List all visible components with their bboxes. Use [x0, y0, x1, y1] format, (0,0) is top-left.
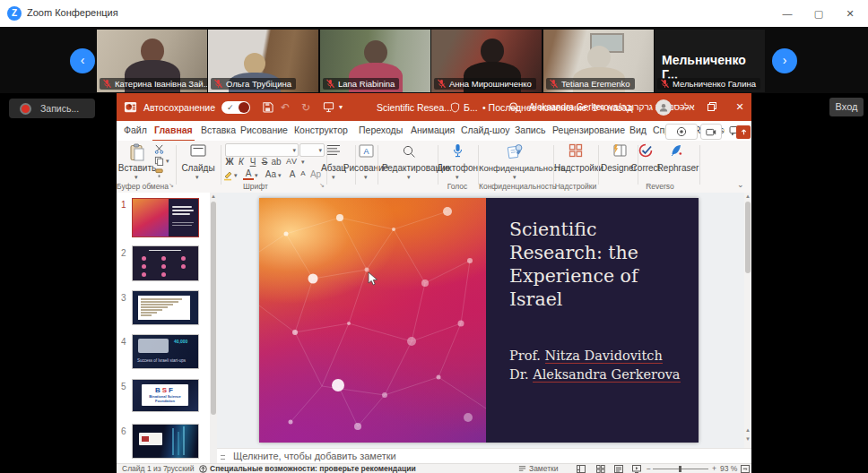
participant-tile[interactable]: Ольга Трубіцина: [208, 30, 318, 92]
correct-button[interactable]: [629, 143, 662, 158]
spacing-dropdown-icon[interactable]: ▾: [301, 159, 305, 166]
copy-icon[interactable]: [154, 156, 164, 166]
paste-label[interactable]: Вставить: [117, 163, 158, 173]
participant-tile[interactable]: Tetiana Eremenko: [543, 30, 654, 92]
font-color-dropdown-icon[interactable]: ▾: [255, 172, 258, 179]
slideshow-view-icon[interactable]: [632, 465, 641, 473]
start-slideshow-icon[interactable]: [323, 93, 334, 121]
change-case-button[interactable]: Аа: [264, 169, 278, 179]
editing-dropdown-icon[interactable]: ▾: [407, 174, 411, 181]
slides-button[interactable]: [181, 144, 215, 157]
dictate-button[interactable]: [441, 143, 473, 159]
zoom-in-button[interactable]: +: [712, 464, 716, 473]
slides-dropdown-icon[interactable]: ▾: [195, 174, 199, 181]
notes-toggle-icon[interactable]: [518, 464, 526, 473]
notes-splitter-handle[interactable]: [221, 455, 225, 460]
rephraser-label[interactable]: Rephraser: [655, 163, 701, 173]
recording-indicator[interactable]: Запись...: [9, 99, 95, 118]
shrink-font-button[interactable]: А: [298, 169, 308, 177]
bold-button[interactable]: Ж: [224, 157, 235, 167]
tab-draw[interactable]: Рисование: [239, 121, 290, 140]
save-icon[interactable]: [262, 93, 273, 121]
slide-thumbnail-4[interactable]: 40,000 Success of Israeli start-ups: [132, 334, 199, 369]
fit-slide-icon[interactable]: [741, 465, 750, 473]
quick-access-dropdown-icon[interactable]: ▾: [339, 93, 343, 121]
normal-view-icon[interactable]: [577, 465, 586, 473]
ppt-restore-button[interactable]: [699, 93, 725, 121]
confidentiality-label[interactable]: Конфиденциальность: [479, 163, 552, 173]
addins-label[interactable]: Надстройки: [554, 163, 597, 173]
tab-file[interactable]: Файл: [122, 121, 149, 140]
font-dialog-launcher-icon[interactable]: ↘: [319, 182, 325, 189]
next-slide-button[interactable]: ▼: [744, 436, 751, 442]
language-indicator[interactable]: русский: [167, 464, 195, 473]
strip-prev-button[interactable]: ‹: [70, 48, 95, 73]
zoom-maximize-button[interactable]: ▢: [806, 4, 831, 23]
ppt-close-button[interactable]: ✕: [726, 93, 753, 121]
copy-dropdown-icon[interactable]: ▾: [166, 158, 169, 165]
undo-icon[interactable]: ↶: [281, 93, 290, 121]
record-presentation-button[interactable]: [665, 124, 698, 140]
slide-scrollbar[interactable]: ▲ ▲ ▼: [744, 193, 751, 448]
login-button[interactable]: Вход: [829, 98, 864, 116]
paragraph-dropdown-icon[interactable]: ▾: [332, 174, 335, 181]
strip-next-button[interactable]: ›: [772, 48, 797, 73]
tab-insert[interactable]: Вставка: [199, 121, 238, 140]
addins-button[interactable]: [560, 143, 592, 158]
font-color-button[interactable]: А: [243, 169, 254, 180]
font-name-combobox[interactable]: ▾: [225, 143, 299, 157]
italic-button[interactable]: К: [236, 157, 247, 167]
tab-record[interactable]: Запись: [513, 121, 547, 140]
zoom-slider-thumb[interactable]: [679, 466, 681, 472]
slide-sorter-view-icon[interactable]: [596, 465, 605, 473]
search-icon[interactable]: [508, 93, 520, 121]
accessibility-status[interactable]: Специальные возможности: проверьте реком…: [210, 464, 416, 473]
share-button[interactable]: [736, 125, 751, 139]
cut-icon[interactable]: [154, 144, 164, 154]
slide-thumbnail-3[interactable]: [132, 290, 199, 325]
participant-tile[interactable]: Мельниченко Г... Мельниченко Галина: [655, 30, 765, 92]
dictate-label[interactable]: Диктофон: [436, 163, 479, 173]
tab-animations[interactable]: Анимация: [409, 121, 456, 140]
zoom-close-button[interactable]: ✕: [838, 4, 863, 23]
slides-label[interactable]: Слайды: [181, 163, 215, 173]
participant-tile[interactable]: Катерина Іванівна Зай..: [97, 30, 207, 92]
zoom-minimize-button[interactable]: —: [775, 4, 800, 23]
previous-slide-button[interactable]: ▲: [744, 427, 751, 433]
tab-home[interactable]: Главная: [152, 121, 195, 142]
editing-button[interactable]: [382, 144, 436, 159]
tab-transitions[interactable]: Переходы: [357, 121, 404, 140]
collapse-ribbon-icon[interactable]: ⌄: [737, 180, 744, 189]
slide-thumbnail-2[interactable]: [132, 245, 199, 281]
text-highlight-icon[interactable]: [222, 170, 233, 181]
notes-pane[interactable]: Щелкните, чтобы добавить заметки: [217, 448, 751, 464]
confidentiality-dropdown-icon[interactable]: ▾: [513, 174, 516, 181]
sensitivity-shield-icon[interactable]: [450, 93, 460, 121]
tab-review[interactable]: Рецензирование: [551, 121, 627, 140]
paste-dropdown-icon[interactable]: ▾: [135, 174, 138, 181]
tab-design[interactable]: Конструктор: [292, 121, 350, 140]
text-shadow-button[interactable]: ab: [271, 157, 282, 167]
highlight-dropdown-icon[interactable]: ▾: [234, 172, 238, 179]
camera-icon[interactable]: [700, 124, 722, 140]
account-avatar[interactable]: [655, 93, 672, 121]
participant-tile[interactable]: Анна Мирошниченко: [431, 30, 542, 92]
confidentiality-button[interactable]: [497, 143, 533, 159]
character-spacing-button[interactable]: АV: [283, 157, 299, 166]
format-painter-icon[interactable]: [154, 168, 164, 178]
ppt-minimize-button[interactable]: —: [671, 93, 698, 121]
grow-font-button[interactable]: А: [287, 169, 298, 179]
slide-canvas[interactable]: Scientific Research: the Experience of I…: [259, 198, 699, 443]
clipboard-dialog-launcher-icon[interactable]: ↘: [169, 182, 174, 189]
paste-button[interactable]: [124, 143, 151, 161]
case-dropdown-icon[interactable]: ▾: [278, 172, 282, 179]
rephraser-button[interactable]: [660, 143, 692, 158]
slide-thumbnail-1[interactable]: [132, 198, 199, 237]
tab-slideshow[interactable]: Слайд-шоу: [459, 121, 511, 140]
drawing-dropdown-icon[interactable]: ▾: [364, 174, 368, 181]
editing-label[interactable]: Редактирование: [382, 163, 436, 173]
dictate-dropdown-icon[interactable]: ▾: [456, 174, 459, 181]
slide-thumbnail-6[interactable]: [132, 424, 199, 459]
reading-view-icon[interactable]: [614, 465, 623, 473]
participant-tile[interactable]: Lana Riabinina: [320, 30, 430, 92]
